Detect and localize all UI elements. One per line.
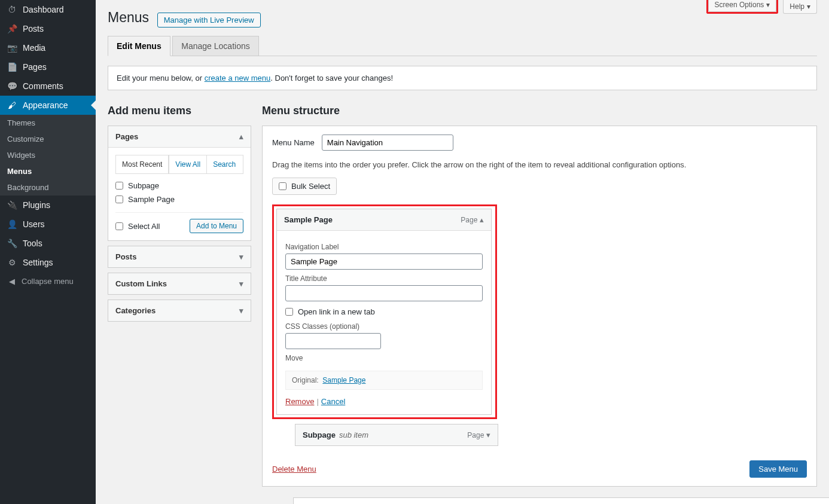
page-label: Sample Page xyxy=(128,195,175,204)
add-to-menu-button[interactable]: Add to Menu xyxy=(190,219,243,233)
select-all-checkbox[interactable] xyxy=(115,222,123,230)
sliders-icon: ⚙ xyxy=(6,258,18,267)
highlight-menu-item: Sample Page Page ▴ Navigation Label Titl… xyxy=(272,204,497,419)
menu-item-sample-page: Sample Page Page ▴ Navigation Label Titl… xyxy=(276,209,492,415)
page-icon: 📄 xyxy=(6,62,18,72)
help-toggle[interactable]: Help▾ xyxy=(783,0,817,14)
bulk-select-label: Bulk Select xyxy=(291,182,330,191)
sidebar-item-settings[interactable]: ⚙Settings xyxy=(0,253,96,272)
pin-icon: 📌 xyxy=(6,24,18,33)
sidebar-sub-widgets[interactable]: Widgets xyxy=(0,147,96,163)
select-all-label: Select All xyxy=(128,222,160,231)
chevron-down-icon: ▾ xyxy=(239,279,243,288)
page-checkbox-sample[interactable] xyxy=(115,196,123,203)
media-icon: 📷 xyxy=(6,43,18,53)
menu-item-title: Sample Page xyxy=(284,215,333,224)
caret-down-icon: ▾ xyxy=(807,2,810,11)
sidebar-sub-background[interactable]: Background xyxy=(0,179,96,196)
sidebar-item-posts[interactable]: 📌Posts xyxy=(0,19,96,38)
content-area: Screen Options▾ Help▾ Menus Manage with … xyxy=(96,0,829,504)
sidebar-sub-menus[interactable]: Menus xyxy=(0,163,96,179)
menu-structure-column: Menu structure Menu Name Drag the items … xyxy=(262,105,817,487)
menu-item-type: Page xyxy=(461,216,477,224)
menu-item-toggle[interactable]: Sample Page Page ▴ xyxy=(277,209,491,230)
sidebar-label: Posts xyxy=(23,24,44,33)
panel-pages: Pages▴ Most Recent View All Search Subpa… xyxy=(108,126,251,241)
help-label: Help xyxy=(790,2,804,11)
menu-structure-heading: Menu structure xyxy=(262,105,817,117)
sidebar-item-pages[interactable]: 📄Pages xyxy=(0,57,96,77)
sidebar-item-tools[interactable]: 🔧Tools xyxy=(0,234,96,253)
cancel-link[interactable]: Cancel xyxy=(321,397,345,406)
sidebar-label: Dashboard xyxy=(23,5,64,14)
select-all-row: Select All xyxy=(115,219,160,233)
collapse-icon: ◀ xyxy=(6,277,18,286)
panel-custom-links-title: Custom Links xyxy=(115,279,167,288)
original-link[interactable]: Sample Page xyxy=(322,376,365,384)
collapse-label: Collapse menu xyxy=(22,277,74,286)
panel-custom-links: Custom Links▾ xyxy=(108,273,251,295)
sidebar-label: Appearance xyxy=(23,100,68,110)
menu-item-subpage: Subpagesub item Page ▾ xyxy=(295,424,498,446)
panel-categories-toggle[interactable]: Categories▾ xyxy=(108,300,251,321)
menu-item-toggle[interactable]: Subpagesub item Page ▾ xyxy=(295,424,498,445)
panel-posts-toggle[interactable]: Posts▾ xyxy=(108,246,251,267)
title-attr-lbl: Title Attribute xyxy=(285,274,483,283)
sidebar-item-plugins[interactable]: 🔌Plugins xyxy=(0,196,96,215)
nav-tabs: Edit Menus Manage Locations xyxy=(108,35,817,56)
sidebar-item-comments[interactable]: 💬Comments xyxy=(0,77,96,96)
chevron-down-icon: ▾ xyxy=(239,252,243,261)
panel-pages-title: Pages xyxy=(115,132,138,141)
user-icon: 👤 xyxy=(6,219,18,229)
wrench-icon: 🔧 xyxy=(6,239,18,248)
open-new-tab-checkbox[interactable] xyxy=(285,308,293,316)
tab-manage-locations[interactable]: Manage Locations xyxy=(172,36,258,56)
create-new-menu-link[interactable]: create a new menu xyxy=(205,74,271,83)
nav-label-input[interactable] xyxy=(285,253,483,270)
sidebar-sub-customize[interactable]: Customize xyxy=(0,131,96,147)
live-preview-button[interactable]: Manage with Live Preview xyxy=(157,13,261,28)
panel-categories: Categories▾ xyxy=(108,300,251,322)
pages-inner-tabs: Most Recent View All Search xyxy=(115,155,243,174)
sidebar-sub-themes[interactable]: Themes xyxy=(0,115,96,131)
panel-pages-toggle[interactable]: Pages▴ xyxy=(108,126,251,148)
nav-label-lbl: Navigation Label xyxy=(285,243,483,251)
bulk-select-checkbox[interactable] xyxy=(279,182,287,190)
sidebar-item-users[interactable]: 👤Users xyxy=(0,215,96,234)
brush-icon: 🖌 xyxy=(6,100,18,110)
sidebar-label: Users xyxy=(23,219,45,229)
sidebar-item-media[interactable]: 📷Media xyxy=(0,38,96,57)
gauge-icon: ⏱ xyxy=(6,5,18,14)
collapse-menu[interactable]: ◀Collapse menu xyxy=(0,272,96,291)
tab-view-all[interactable]: View All xyxy=(169,155,206,173)
page-row: Sample Page xyxy=(115,193,243,206)
remove-link[interactable]: Remove xyxy=(285,397,314,406)
save-menu-button[interactable]: Save Menu xyxy=(749,460,807,478)
panel-categories-title: Categories xyxy=(115,306,156,315)
separator: | xyxy=(316,397,318,406)
sidebar-item-appearance[interactable]: 🖌Appearance xyxy=(0,96,96,115)
tab-search[interactable]: Search xyxy=(206,155,242,173)
panel-custom-links-toggle[interactable]: Custom Links▾ xyxy=(108,273,251,294)
page-checkbox-subpage[interactable] xyxy=(115,182,123,190)
delete-menu-link[interactable]: Delete Menu xyxy=(272,465,316,474)
screen-options-toggle[interactable]: Screen Options▾ xyxy=(708,0,777,12)
title-attr-input[interactable] xyxy=(285,285,483,301)
menu-desc: Drag the items into the order you prefer… xyxy=(272,160,807,169)
sidebar-item-dashboard[interactable]: ⏱Dashboard xyxy=(0,0,96,19)
admin-sidebar: ⏱Dashboard 📌Posts 📷Media 📄Pages 💬Comment… xyxy=(0,0,96,504)
page-title: Menus xyxy=(108,0,149,32)
tab-most-recent[interactable]: Most Recent xyxy=(116,155,169,173)
menu-name-input[interactable] xyxy=(322,135,453,151)
add-items-heading: Add menu items xyxy=(108,105,251,117)
css-classes-input[interactable] xyxy=(285,333,381,349)
add-menu-items-column: Add menu items Pages▴ Most Recent View A… xyxy=(108,105,251,326)
menu-item-title: Subpagesub item xyxy=(303,430,368,439)
menu-editor: Menu Name Drag the items into the order … xyxy=(262,126,817,487)
tab-edit-menus[interactable]: Edit Menus xyxy=(108,36,170,56)
notice-pre: Edit your menu below, or xyxy=(117,74,205,83)
screen-options-label: Screen Options xyxy=(715,1,764,9)
highlight-screen-options: Screen Options▾ xyxy=(706,0,779,14)
plug-icon: 🔌 xyxy=(6,200,18,210)
german-menu-editor-fragment: UnterseiteUnterpunkt Seite ▾ Menü lösche… xyxy=(293,497,829,504)
